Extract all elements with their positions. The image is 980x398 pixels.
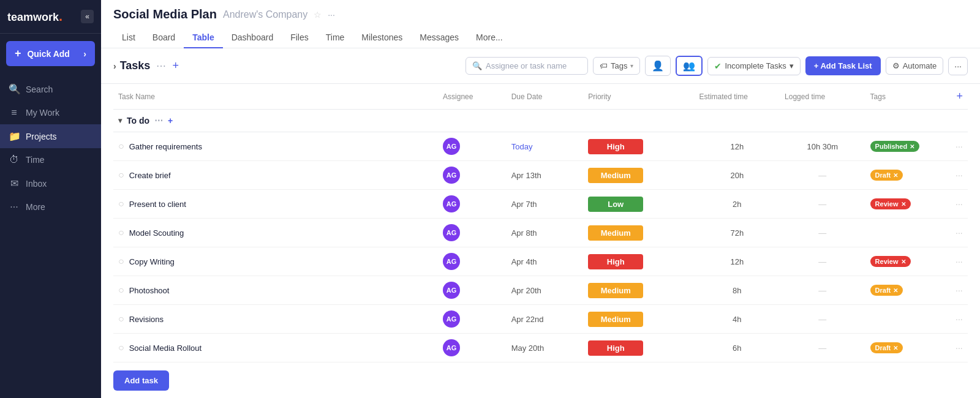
sidebar-item-inbox[interactable]: ✉ Inbox [0, 171, 101, 195]
col-tags: Tags [865, 84, 951, 110]
assignee-cell: AG [438, 276, 507, 305]
assignee-cell: AG [438, 219, 507, 247]
sidebar-item-more[interactable]: ··· More [0, 195, 101, 219]
search-box[interactable]: 🔍 Assignee or task name [466, 57, 588, 75]
tab-table[interactable]: Table [184, 28, 223, 48]
person-icon: 👤 [652, 61, 664, 71]
row-more-cell: ··· [951, 219, 968, 247]
automate-button[interactable]: ⚙ Automate [886, 57, 944, 75]
task-check-icon[interactable]: ○ [118, 256, 124, 267]
row-options-icon[interactable]: ··· [956, 257, 963, 266]
row-options-icon[interactable]: ··· [956, 141, 963, 151]
due-date-cell: Apr 22nd [507, 305, 584, 334]
tag-remove-icon[interactable]: ✕ [901, 201, 906, 208]
table-row[interactable]: ○ Present to client AG Apr 7th Low 2h — … [113, 190, 968, 219]
row-more-cell: ··· [951, 334, 968, 362]
group-header-cell: ▾ To do ⋯ + [113, 110, 968, 132]
row-more-cell: ··· [951, 132, 968, 161]
group-options-icon[interactable]: ⋯ [154, 116, 163, 126]
due-date-value: Apr 8th [511, 228, 537, 238]
plus-icon: + [15, 47, 21, 59]
more-options-button[interactable]: ··· [948, 57, 968, 75]
tab-milestones[interactable]: Milestones [353, 28, 411, 48]
priority-badge: Medium [588, 312, 643, 327]
tags-cell: Review ✕ [865, 190, 951, 219]
sidebar-collapse-button[interactable]: « [81, 10, 94, 23]
tag-badge: Published ✕ [870, 141, 920, 152]
task-name-cell: ○ Present to client [113, 190, 438, 219]
table-row[interactable]: ○ Revisions AG Apr 22nd Medium 4h — ··· [113, 305, 968, 334]
row-options-icon[interactable]: ··· [956, 285, 963, 295]
tags-cell [865, 219, 951, 247]
tasks-options-icon[interactable]: ⋯ [156, 60, 166, 72]
person-group-filter-button[interactable]: 👥 [676, 56, 703, 76]
col-add[interactable]: + [951, 84, 968, 110]
due-date-value: Apr 7th [511, 200, 537, 209]
page-title-row: Social Media Plan Andrew's Company ☆ ··· [113, 7, 968, 21]
table-row[interactable]: ○ Gather requirements AG Today High 12h … [113, 132, 968, 161]
task-check-icon[interactable]: ○ [118, 285, 124, 296]
table-row[interactable]: ○ Copy Writing AG Apr 4th High 12h — Rev… [113, 247, 968, 276]
task-check-icon[interactable]: ○ [118, 198, 124, 209]
tag-remove-icon[interactable]: ✕ [901, 258, 906, 265]
add-task-button[interactable]: Add task [113, 370, 169, 391]
logged-time-value: 10h 30m [807, 142, 839, 151]
incomplete-tasks-button[interactable]: ✔ Incomplete Tasks ▾ [707, 57, 800, 75]
row-options-icon[interactable]: ··· [956, 170, 963, 180]
row-options-icon[interactable]: ··· [956, 314, 963, 324]
sidebar-navigation: 🔍 Search ≡ My Work 📁 Projects ⏱ Time ✉ I… [0, 73, 101, 398]
task-check-icon[interactable]: ○ [118, 342, 124, 353]
group-chevron-icon[interactable]: ▾ [118, 116, 122, 125]
tag-remove-icon[interactable]: ✕ [893, 345, 898, 351]
row-options-icon[interactable]: ··· [956, 199, 963, 209]
tag-remove-icon[interactable]: ✕ [893, 172, 898, 179]
dash: — [818, 315, 826, 324]
search-icon: 🔍 [9, 83, 20, 95]
task-check-icon[interactable]: ○ [118, 227, 124, 238]
inbox-icon: ✉ [9, 178, 20, 189]
task-check-icon[interactable]: ○ [118, 170, 124, 181]
table-row[interactable]: ○ Model Scouting AG Apr 8th Medium 72h —… [113, 219, 968, 247]
header-more-icon[interactable]: ··· [328, 10, 335, 20]
tab-board[interactable]: Board [144, 28, 184, 48]
priority-cell: High [583, 132, 694, 161]
task-name: Create brief [129, 171, 171, 180]
sidebar-item-time[interactable]: ⏱ Time [0, 148, 101, 171]
tasks-toggle[interactable]: › Tasks [113, 59, 150, 72]
tasks-add-icon[interactable]: + [172, 59, 179, 72]
col-task-name: Task Name [113, 84, 438, 110]
sidebar-item-my-work[interactable]: ≡ My Work [0, 101, 101, 124]
search-icon: 🔍 [472, 61, 482, 70]
table-row[interactable]: ○ Social Media Rollout AG May 20th High … [113, 334, 968, 362]
sidebar-item-projects[interactable]: 📁 Projects [0, 124, 101, 148]
assignee-cell: AG [438, 334, 507, 362]
priority-badge: High [588, 139, 643, 154]
estimated-time-cell: 6h [695, 334, 780, 362]
row-more-cell: ··· [951, 305, 968, 334]
tab-list[interactable]: List [113, 28, 144, 48]
tag-remove-icon[interactable]: ✕ [893, 287, 898, 294]
tab-more[interactable]: More... [467, 28, 511, 48]
tags-filter-button[interactable]: 🏷 Tags ▾ [593, 57, 640, 75]
quick-add-button[interactable]: + Quick Add › [6, 41, 95, 66]
row-options-icon[interactable]: ··· [956, 343, 963, 353]
table-row[interactable]: ○ Create brief AG Apr 13th Medium 20h — … [113, 161, 968, 190]
tab-messages[interactable]: Messages [411, 28, 467, 48]
tag-icon: 🏷 [600, 61, 608, 70]
list-icon: ≡ [9, 107, 20, 118]
dash: — [818, 171, 826, 180]
task-check-icon[interactable]: ○ [118, 314, 124, 325]
tab-time[interactable]: Time [317, 28, 353, 48]
person-filter-button[interactable]: 👤 [645, 56, 671, 76]
table-row[interactable]: ○ Photoshoot AG Apr 20th Medium 8h — Dra… [113, 276, 968, 305]
tab-files[interactable]: Files [282, 28, 317, 48]
group-add-icon[interactable]: + [168, 116, 173, 126]
sidebar-item-search[interactable]: 🔍 Search [0, 77, 101, 101]
star-icon[interactable]: ☆ [314, 10, 322, 20]
tab-dashboard[interactable]: Dashboard [223, 28, 282, 48]
row-options-icon[interactable]: ··· [956, 228, 963, 238]
add-task-list-button[interactable]: + Add Task List [805, 56, 881, 75]
task-check-icon[interactable]: ○ [118, 141, 124, 152]
tag-remove-icon[interactable]: ✕ [910, 143, 914, 150]
priority-badge: High [588, 254, 643, 269]
